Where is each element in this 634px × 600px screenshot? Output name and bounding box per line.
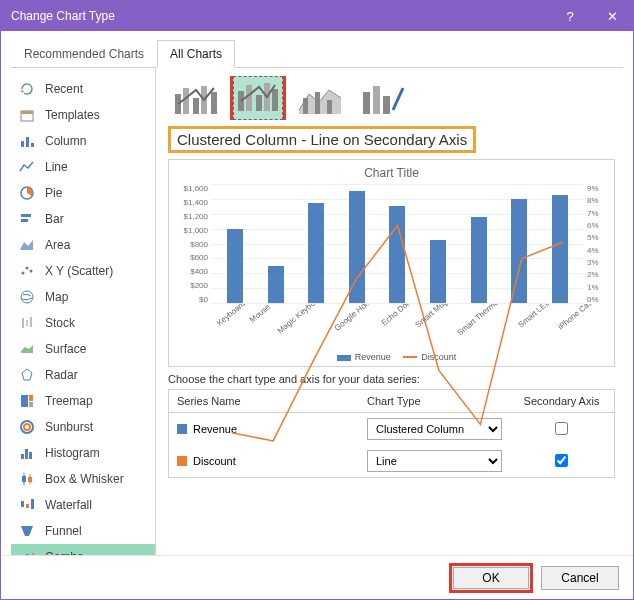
svg-rect-24 <box>29 452 32 459</box>
sidebar-item-surface[interactable]: Surface <box>11 336 155 362</box>
svg-rect-3 <box>26 137 29 147</box>
sidebar-item-label: Pie <box>45 186 62 200</box>
svg-rect-50 <box>373 86 380 114</box>
ok-button[interactable]: OK <box>453 567 529 589</box>
svg-rect-4 <box>31 143 34 147</box>
svg-rect-26 <box>22 476 26 482</box>
subtype-custom-combo[interactable] <box>354 76 410 120</box>
svg-point-10 <box>26 267 29 270</box>
svg-rect-51 <box>383 96 390 114</box>
tab-recommended[interactable]: Recommended Charts <box>11 40 157 68</box>
sidebar-item-label: Box & Whisker <box>45 472 124 486</box>
chart-preview[interactable]: Chart Title $1,600$1,400$1,200$1,000$800… <box>168 159 615 367</box>
svg-point-11 <box>30 270 33 273</box>
x-y-scatter--icon <box>19 263 35 279</box>
stock-icon <box>19 315 35 331</box>
subtype-clustered-column-line[interactable] <box>168 76 224 120</box>
subtype-clustered-column-line-secondary[interactable] <box>230 76 286 120</box>
sunburst-icon <box>19 419 35 435</box>
sidebar-item-line[interactable]: Line <box>11 154 155 180</box>
sidebar-item-radar[interactable]: Radar <box>11 362 155 388</box>
sidebar-item-label: Templates <box>45 108 100 122</box>
recent-icon <box>19 81 35 97</box>
svg-line-52 <box>393 88 403 110</box>
map-icon <box>19 289 35 305</box>
svg-rect-6 <box>21 214 31 217</box>
sidebar-item-area[interactable]: Area <box>11 232 155 258</box>
plot-area <box>211 184 584 304</box>
svg-point-9 <box>22 272 25 275</box>
sidebar-item-label: Map <box>45 290 68 304</box>
svg-rect-18 <box>29 395 33 401</box>
sidebar-item-combo[interactable]: Combo <box>11 544 155 555</box>
tab-all-charts[interactable]: All Charts <box>157 40 235 68</box>
close-icon[interactable]: ✕ <box>591 1 633 31</box>
preview-title: Chart Title <box>177 166 606 180</box>
ok-button-highlight: OK <box>449 563 533 593</box>
y-axis-left: $1,600$1,400$1,200$1,000$800$600$400$200… <box>177 184 211 304</box>
sidebar-item-label: Recent <box>45 82 83 96</box>
sidebar-item-recent[interactable]: Recent <box>11 76 155 102</box>
svg-rect-23 <box>25 449 28 459</box>
window-title: Change Chart Type <box>11 9 115 23</box>
combo-icon <box>19 549 35 555</box>
svg-rect-2 <box>21 141 24 147</box>
sidebar-item-label: Bar <box>45 212 64 226</box>
waterfall-icon <box>19 497 35 513</box>
svg-rect-7 <box>21 219 28 222</box>
series-swatch <box>177 456 187 466</box>
y-axis-right: 9%8%7%6%5%4%3%2%1%0% <box>584 184 606 304</box>
sidebar-item-histogram[interactable]: Histogram <box>11 440 155 466</box>
sidebar-item-treemap[interactable]: Treemap <box>11 388 155 414</box>
svg-marker-8 <box>20 240 33 250</box>
svg-rect-48 <box>327 100 332 114</box>
svg-rect-47 <box>315 92 320 114</box>
sidebar-item-x-y-scatter-[interactable]: X Y (Scatter) <box>11 258 155 284</box>
sidebar-item-pie[interactable]: Pie <box>11 180 155 206</box>
sidebar: RecentTemplatesColumnLinePieBarAreaX Y (… <box>11 68 156 555</box>
sidebar-item-map[interactable]: Map <box>11 284 155 310</box>
sidebar-item-stock[interactable]: Stock <box>11 310 155 336</box>
svg-rect-37 <box>193 98 199 114</box>
funnel-icon <box>19 523 35 539</box>
subtype-row <box>168 76 615 120</box>
sidebar-item-label: Treemap <box>45 394 93 408</box>
svg-rect-39 <box>211 92 217 114</box>
surface-icon <box>19 341 35 357</box>
histogram-icon <box>19 445 35 461</box>
sidebar-item-label: Area <box>45 238 70 252</box>
sidebar-item-sunburst[interactable]: Sunburst <box>11 414 155 440</box>
svg-point-21 <box>24 424 30 430</box>
svg-marker-16 <box>22 369 32 380</box>
sidebar-item-label: X Y (Scatter) <box>45 264 113 278</box>
chart-subtitle: Clustered Column - Line on Secondary Axi… <box>168 126 476 153</box>
svg-rect-42 <box>256 95 262 111</box>
sidebar-item-funnel[interactable]: Funnel <box>11 518 155 544</box>
svg-marker-32 <box>21 526 33 536</box>
sidebar-item-label: Funnel <box>45 524 82 538</box>
sidebar-item-label: Line <box>45 160 68 174</box>
svg-rect-44 <box>272 89 278 111</box>
treemap-icon <box>19 393 35 409</box>
series-swatch <box>177 424 187 434</box>
cancel-button[interactable]: Cancel <box>541 566 619 590</box>
line-icon <box>19 159 35 175</box>
subtype-stacked-area-column[interactable] <box>292 76 348 120</box>
templates-icon <box>19 107 35 123</box>
bar-icon <box>19 211 35 227</box>
sidebar-item-label: Stock <box>45 316 75 330</box>
tab-strip: Recommended Charts All Charts <box>11 39 623 68</box>
sidebar-item-label: Column <box>45 134 86 148</box>
sidebar-item-label: Sunburst <box>45 420 93 434</box>
svg-rect-22 <box>21 454 24 459</box>
svg-point-12 <box>21 291 33 303</box>
sidebar-item-templates[interactable]: Templates <box>11 102 155 128</box>
svg-rect-46 <box>303 98 308 114</box>
sidebar-item-box-whisker[interactable]: Box & Whisker <box>11 466 155 492</box>
help-icon[interactable]: ? <box>549 1 591 31</box>
svg-rect-31 <box>31 499 34 509</box>
sidebar-item-waterfall[interactable]: Waterfall <box>11 492 155 518</box>
sidebar-item-column[interactable]: Column <box>11 128 155 154</box>
column-icon <box>19 133 35 149</box>
sidebar-item-bar[interactable]: Bar <box>11 206 155 232</box>
